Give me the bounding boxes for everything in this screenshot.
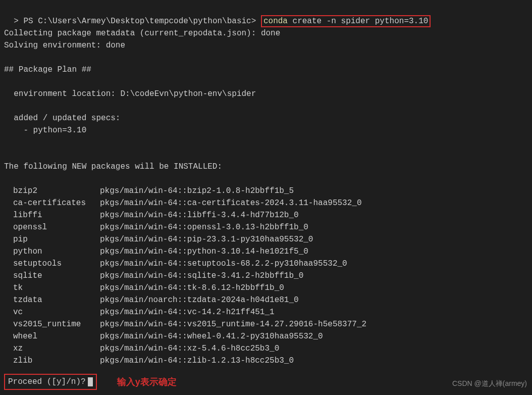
package-spec: pkgs/main/win-64::pip-23.3.1-py310haa955… [100, 235, 313, 244]
prompt-line[interactable]: > PS C:\Users\Armey\Desktop\tempcode\pyt… [4, 3, 528, 27]
package-name: bzip2 [4, 185, 100, 197]
package-row: zlibpkgs/main/win-64::zlib-1.2.13-h8cc25… [4, 355, 528, 367]
cursor-icon [88, 377, 93, 386]
package-spec: pkgs/main/win-64::bzip2-1.0.8-h2bbff1b_5 [100, 186, 294, 195]
spacer [4, 173, 528, 185]
added-specs-header: added / updated specs: [4, 112, 528, 124]
package-spec: pkgs/main/win-64::sqlite-3.41.2-h2bbff1b… [100, 271, 303, 280]
package-name: sqlite [4, 270, 100, 282]
spacer [4, 76, 528, 88]
package-row: vcpkgs/main/win-64::vc-14.2-h21ff451_1 [4, 306, 528, 318]
env-location: environment location: D:\codeEvn\python-… [4, 88, 528, 100]
package-name: tk [4, 282, 100, 294]
prompt-prefix: > [14, 17, 19, 26]
proceed-prompt-box[interactable]: Proceed ([y]/n)? [4, 374, 97, 390]
bottom-area: Proceed ([y]/n)? 输入y表示确定 [4, 374, 528, 390]
package-spec: pkgs/main/win-64::python-3.10.14-he1021f… [100, 247, 308, 256]
package-name: openssl [4, 221, 100, 233]
package-spec: pkgs/main/win-64::vs2015_runtime-14.27.2… [100, 320, 366, 329]
package-row: tzdatapkgs/main/noarch::tzdata-2024a-h04… [4, 294, 528, 306]
package-spec: pkgs/main/win-64::tk-8.6.12-h2bbff1b_0 [100, 283, 284, 292]
package-name: python [4, 245, 100, 258]
package-name: setuptools [4, 258, 100, 270]
prompt-shell: PS [23, 17, 33, 26]
package-spec: pkgs/main/win-64::vc-14.2-h21ff451_1 [100, 308, 275, 317]
package-name: libffi [4, 209, 100, 221]
package-spec: pkgs/main/win-64::zlib-1.2.13-h8cc25b3_0 [100, 356, 294, 365]
package-spec: pkgs/main/win-64::xz-5.4.6-h8cc25b3_0 [100, 344, 279, 353]
plan-header: ## Package Plan ## [4, 64, 528, 76]
package-row: wheelpkgs/main/win-64::wheel-0.41.2-py31… [4, 330, 528, 342]
proceed-text: Proceed ([y]/n)? [8, 376, 86, 388]
proceed-row: Proceed ([y]/n)? 输入y表示确定 [4, 374, 528, 390]
package-spec: pkgs/main/win-64::openssl-3.0.13-h2bbff1… [100, 223, 308, 232]
output-solving: Solving environment: done [4, 39, 528, 52]
spacer [4, 136, 528, 149]
package-spec: pkgs/main/win-64::libffi-3.4.4-hd77b12b_… [100, 211, 299, 220]
package-row: xzpkgs/main/win-64::xz-5.4.6-h8cc25b3_0 [4, 342, 528, 355]
package-row: opensslpkgs/main/win-64::openssl-3.0.13-… [4, 221, 528, 233]
package-row: bzip2pkgs/main/win-64::bzip2-1.0.8-h2bbf… [4, 185, 528, 197]
package-row: setuptoolspkgs/main/win-64::setuptools-6… [4, 258, 528, 270]
package-name: vc [4, 306, 100, 318]
package-name: xz [4, 342, 100, 355]
package-spec: pkgs/main/win-64::wheel-0.41.2-py310haa9… [100, 332, 323, 341]
package-row: libffipkgs/main/win-64::libffi-3.4.4-hd7… [4, 209, 528, 221]
package-row: ca-certificatespkgs/main/win-64::ca-cert… [4, 197, 528, 209]
package-row: pippkgs/main/win-64::pip-23.3.1-py310haa… [4, 233, 528, 245]
watermark: CSDN @道人禅(armey) [452, 378, 527, 389]
install-header: The following NEW packages will be INSTA… [4, 161, 528, 173]
package-name: wheel [4, 330, 100, 342]
package-spec: pkgs/main/win-64::setuptools-68.2.2-py31… [100, 259, 347, 268]
package-row: tkpkgs/main/win-64::tk-8.6.12-h2bbff1b_0 [4, 282, 528, 294]
package-name: ca-certificates [4, 197, 100, 209]
package-row: pythonpkgs/main/win-64::python-3.10.14-h… [4, 245, 528, 258]
annotation-text: 输入y表示确定 [117, 375, 177, 389]
prompt-path: C:\Users\Armey\Desktop\tempcode\python\b… [38, 17, 256, 26]
command-highlighted-box: conda create -n spider python=3.10 [261, 15, 431, 27]
package-name: vs2015_runtime [4, 318, 100, 330]
packages-list: bzip2pkgs/main/win-64::bzip2-1.0.8-h2bbf… [4, 185, 528, 367]
package-spec: pkgs/main/win-64::ca-certificates-2024.3… [100, 199, 361, 208]
package-name: zlib [4, 355, 100, 367]
package-row: vs2015_runtimepkgs/main/win-64::vs2015_r… [4, 318, 528, 330]
spacer [4, 100, 528, 112]
command-name: conda [263, 17, 288, 26]
spacer [4, 149, 528, 161]
spec-item: - python=3.10 [4, 124, 528, 136]
command-args: create -n spider python=3.10 [288, 17, 428, 26]
package-name: tzdata [4, 294, 100, 306]
package-spec: pkgs/main/noarch::tzdata-2024a-h04d1e81_… [100, 295, 299, 305]
output-collecting: Collecting package metadata (current_rep… [4, 27, 528, 39]
package-row: sqlitepkgs/main/win-64::sqlite-3.41.2-h2… [4, 270, 528, 282]
spacer [4, 52, 528, 64]
package-name: pip [4, 233, 100, 245]
